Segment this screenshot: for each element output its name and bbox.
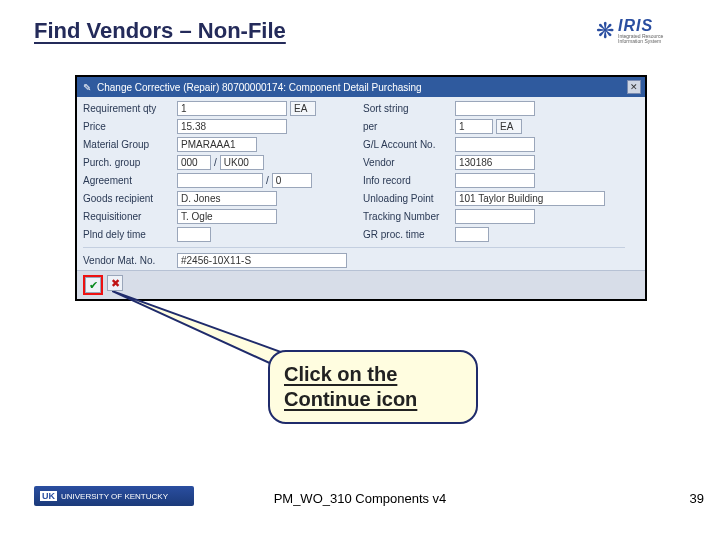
- tracking-number-field[interactable]: [455, 209, 535, 224]
- label-plnd-dely-time: Plnd dely time: [83, 227, 171, 242]
- agreement-field[interactable]: [177, 173, 263, 188]
- material-group-field[interactable]: PMARAAA1: [177, 137, 257, 152]
- check-icon: ✔: [89, 279, 98, 292]
- label-gl-account: G/L Account No.: [363, 137, 449, 152]
- continue-button[interactable]: ✔: [85, 277, 101, 293]
- callout-pointer: [112, 291, 292, 371]
- agreement-separator: /: [266, 175, 269, 186]
- price-field[interactable]: 15.38: [177, 119, 287, 134]
- iris-logo: ❋ IRIS Integrated Resource Information S…: [596, 14, 686, 48]
- sap-form-body: Requirement qty 1 EA Sort string Price 1…: [77, 97, 645, 270]
- svg-marker-0: [112, 291, 292, 371]
- per-field[interactable]: 1: [455, 119, 493, 134]
- cancel-icon: ✖: [111, 277, 120, 290]
- label-agreement: Agreement: [83, 173, 171, 188]
- form-divider: [83, 247, 625, 248]
- sort-string-field[interactable]: [455, 101, 535, 116]
- page-number: 39: [690, 491, 704, 506]
- sap-title-text: Change Corrective (Repair) 80700000174: …: [97, 82, 627, 93]
- label-vendor-mat-no: Vendor Mat. No.: [83, 253, 171, 268]
- edit-document-icon: ✎: [81, 81, 93, 93]
- purch-group-field-2[interactable]: UK00: [220, 155, 264, 170]
- label-unloading-point: Unloading Point: [363, 191, 449, 206]
- gr-proc-time-field[interactable]: [455, 227, 489, 242]
- gl-account-field[interactable]: [455, 137, 535, 152]
- iris-logo-text: IRIS: [618, 18, 686, 34]
- plnd-dely-time-field[interactable]: [177, 227, 211, 242]
- requisitioner-field[interactable]: T. Ogle: [177, 209, 277, 224]
- purch-group-separator: /: [214, 157, 217, 168]
- label-price: Price: [83, 119, 171, 134]
- label-sort-string: Sort string: [363, 101, 449, 116]
- label-purch-group: Purch. group: [83, 155, 171, 170]
- label-per: per: [363, 119, 449, 134]
- sap-titlebar: ✎ Change Corrective (Repair) 80700000174…: [77, 77, 645, 97]
- label-material-group: Material Group: [83, 137, 171, 152]
- vendor-mat-no-field[interactable]: #2456-10X11-S: [177, 253, 347, 268]
- per-unit: EA: [496, 119, 522, 134]
- window-close-button[interactable]: ✕: [627, 80, 641, 94]
- label-gr-proc-time: GR proc. time: [363, 227, 449, 242]
- goods-recipient-field[interactable]: D. Jones: [177, 191, 277, 206]
- instruction-callout: Click on the Continue icon: [268, 350, 478, 424]
- label-requirement-qty: Requirement qty: [83, 101, 171, 116]
- slide-title: Find Vendors – Non-File: [34, 18, 286, 44]
- purch-group-field-1[interactable]: 000: [177, 155, 211, 170]
- requirement-qty-unit: EA: [290, 101, 316, 116]
- label-tracking-number: Tracking Number: [363, 209, 449, 224]
- footer-doc-id: PM_WO_310 Components v4: [0, 491, 720, 506]
- unloading-point-field[interactable]: 101 Taylor Building: [455, 191, 605, 206]
- continue-highlight: ✔: [83, 275, 103, 295]
- agreement-item-field[interactable]: 0: [272, 173, 312, 188]
- requirement-qty-field[interactable]: 1: [177, 101, 287, 116]
- label-requisitioner: Requisitioner: [83, 209, 171, 224]
- label-info-record: Info record: [363, 173, 449, 188]
- dialog-button-bar: ✔ ✖: [77, 270, 645, 299]
- iris-flower-icon: ❋: [596, 18, 614, 44]
- label-goods-recipient: Goods recipient: [83, 191, 171, 206]
- label-vendor: Vendor: [363, 155, 449, 170]
- cancel-button[interactable]: ✖: [107, 275, 123, 291]
- vendor-field[interactable]: 130186: [455, 155, 535, 170]
- info-record-field[interactable]: [455, 173, 535, 188]
- sap-dialog: ✎ Change Corrective (Repair) 80700000174…: [75, 75, 647, 301]
- iris-logo-tagline: Integrated Resource Information System: [618, 34, 686, 44]
